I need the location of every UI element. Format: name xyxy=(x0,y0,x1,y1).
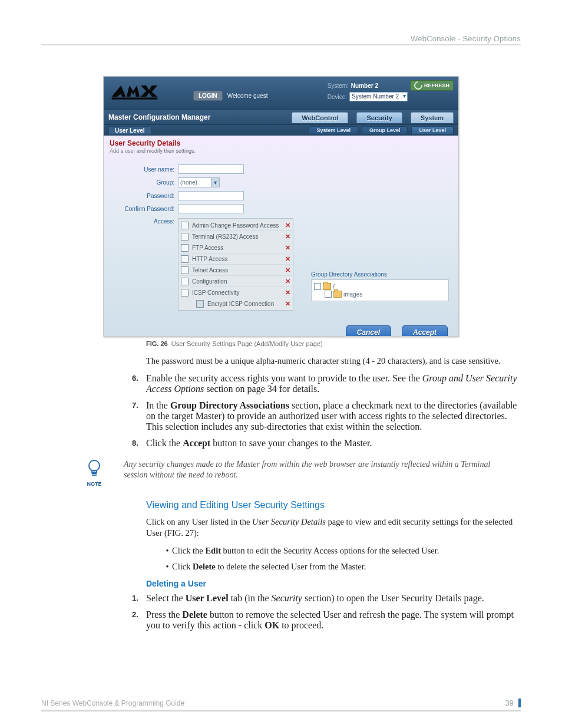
welcome-text: Welcome guest xyxy=(227,93,268,99)
gda-root: / xyxy=(333,284,335,290)
step-number: 6. xyxy=(132,373,146,394)
group-directory-associations: Group Directory Associations / images xyxy=(311,271,449,301)
bullet: • Click Delete to delete the selected Us… xyxy=(163,561,521,573)
checkbox[interactable] xyxy=(181,255,189,263)
page-header: WebConsole - Security Options xyxy=(41,34,521,45)
lightbulb-icon xyxy=(87,459,102,479)
access-item: FTP Access✕ xyxy=(180,242,292,253)
checkbox[interactable] xyxy=(314,283,321,290)
device-label: Device: xyxy=(328,94,347,100)
x-icon: ✕ xyxy=(285,233,290,241)
tab-system[interactable]: System xyxy=(411,112,454,123)
tab-webcontrol[interactable]: WebControl xyxy=(292,112,348,123)
note-label: NOTE xyxy=(82,481,106,487)
subtab-group-level[interactable]: Group Level xyxy=(362,126,408,134)
svg-marker-0 xyxy=(112,85,126,97)
subheading: Deleting a User xyxy=(146,579,521,588)
x-icon: ✕ xyxy=(285,222,290,229)
cancel-button[interactable]: Cancel xyxy=(346,325,391,337)
access-item: Telnet Access✕ xyxy=(180,265,292,276)
section-title: User Security Details xyxy=(110,139,452,147)
x-icon: ✕ xyxy=(285,255,290,263)
svg-marker-2 xyxy=(141,85,157,97)
system-label: System: xyxy=(328,83,349,89)
input-password[interactable] xyxy=(178,191,244,200)
folder-icon xyxy=(323,283,331,290)
refresh-button[interactable]: REFRESH xyxy=(410,80,454,91)
access-list: Admin Change Password Access✕ Terminal (… xyxy=(178,218,293,311)
footer-page-number: 39 xyxy=(505,699,521,707)
label-group: Group: xyxy=(110,179,178,186)
refresh-icon xyxy=(412,80,424,91)
input-username[interactable] xyxy=(178,164,244,174)
label-password: Password: xyxy=(110,193,178,199)
figure-caption: FIG. 26 User Security Settings Page (Add… xyxy=(146,340,521,347)
device-select[interactable]: System Number 2 xyxy=(349,92,408,101)
footer-guide: NI Series WebConsole & Programming Guide xyxy=(41,699,184,707)
step-text: Enable the security access rights you wa… xyxy=(146,373,521,394)
step-number: 2. xyxy=(132,610,146,631)
subtab-user-level[interactable]: User Level xyxy=(411,126,454,134)
app-title: Master Configuration Manager xyxy=(108,113,210,121)
checkbox[interactable] xyxy=(181,289,189,297)
step-text: Select the User Level tab (in the Securi… xyxy=(146,593,521,604)
label-confirm-password: Confirm Password: xyxy=(110,206,178,212)
system-value: Number 2 xyxy=(351,83,378,89)
subtab-system-level[interactable]: System Level xyxy=(309,126,358,134)
select-group[interactable]: (none)▾ xyxy=(178,177,220,187)
label-access: Access: xyxy=(110,218,178,225)
checkbox[interactable] xyxy=(196,300,204,308)
x-icon: ✕ xyxy=(285,300,290,308)
access-item: Encrypt ICSP Connection✕ xyxy=(180,298,292,309)
step-text: In the Group Directory Associations sect… xyxy=(146,400,521,432)
tab-security[interactable]: Security xyxy=(356,112,402,123)
checkbox[interactable] xyxy=(181,266,189,274)
system-device-block: System: Number 2 REFRESH Device: System … xyxy=(328,77,458,110)
gda-images: images xyxy=(343,291,362,298)
x-icon: ✕ xyxy=(285,244,290,252)
section-subtitle: Add a user and modify their settings. xyxy=(110,148,452,154)
step-number: 8. xyxy=(132,438,146,449)
checkbox[interactable] xyxy=(181,233,189,241)
step-number: 1. xyxy=(132,593,146,604)
folder-icon xyxy=(333,291,342,298)
gda-title: Group Directory Associations xyxy=(311,271,449,278)
amx-logo xyxy=(104,77,193,110)
note-block: NOTE Any security changes made to the Ma… xyxy=(82,459,521,487)
access-item: Terminal (RS232) Access✕ xyxy=(180,231,292,242)
step-text: Press the Delete button to remove the se… xyxy=(146,610,521,631)
step-number: 7. xyxy=(132,400,146,432)
input-confirm-password[interactable] xyxy=(178,204,244,213)
x-icon: ✕ xyxy=(285,278,290,285)
access-item: Configuration✕ xyxy=(180,276,292,287)
checkbox[interactable] xyxy=(181,244,189,252)
access-item: Admin Change Password Access✕ xyxy=(180,220,292,231)
accept-button[interactable]: Accept xyxy=(402,325,448,337)
x-icon: ✕ xyxy=(285,289,290,297)
svg-marker-1 xyxy=(127,85,140,97)
x-icon: ✕ xyxy=(285,266,290,274)
svg-point-4 xyxy=(89,460,100,471)
step-text: Click the Accept button to save your cha… xyxy=(146,438,521,449)
subtab-current: User Level xyxy=(108,126,151,135)
paragraph: Click on any User listed in the User Sec… xyxy=(146,516,521,539)
bullet: • Click the Edit button to edit the Secu… xyxy=(163,545,521,557)
chevron-down-icon: ▾ xyxy=(211,178,219,187)
svg-rect-3 xyxy=(112,98,158,100)
checkbox[interactable] xyxy=(181,222,189,229)
checkbox[interactable] xyxy=(181,278,189,285)
checkbox[interactable] xyxy=(325,291,332,298)
note-text: Any security changes made to the Master … xyxy=(124,459,501,482)
access-item: HTTP Access✕ xyxy=(180,253,292,265)
paragraph: The password must be a unique alpha-nume… xyxy=(146,355,521,367)
subheading: Viewing and Editing User Security Settin… xyxy=(146,500,521,510)
figure-screenshot: LOGIN Welcome guest System: Number 2 REF… xyxy=(103,76,459,337)
access-item: ICSP Connectivity✕ xyxy=(180,287,292,298)
login-button[interactable]: LOGIN xyxy=(193,91,223,101)
page-footer: NI Series WebConsole & Programming Guide… xyxy=(41,699,521,711)
label-username: User name: xyxy=(110,166,178,173)
